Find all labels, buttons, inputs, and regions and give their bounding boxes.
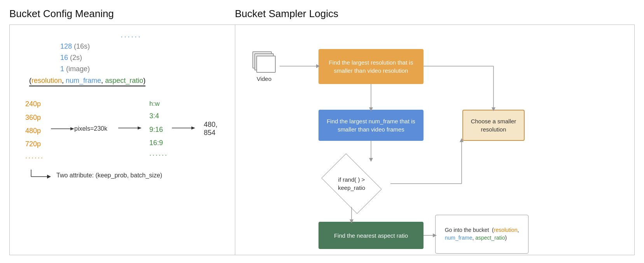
video-stack-icon bbox=[252, 51, 276, 73]
box-find-largest-frame: Find the largest num_frame that is small… bbox=[318, 110, 424, 141]
frame-item-128: 128 (16s) bbox=[60, 41, 90, 52]
bucket-aspect-ratio: aspect_ratio bbox=[475, 235, 505, 241]
result-block: 480, 854 bbox=[204, 121, 226, 137]
res-240p: 240p bbox=[25, 97, 44, 110]
result-text: 480, 854 bbox=[204, 121, 226, 137]
box-find-largest-res-text: Find the largest resolution that is smal… bbox=[324, 58, 418, 75]
arrows-svg bbox=[245, 32, 625, 248]
bucket-text: Go into the bucket (resolution, num_fram… bbox=[445, 226, 519, 242]
box-find-largest-frame-text: Find the largest num_frame that is small… bbox=[324, 117, 418, 133]
arrow-pixels: pixels=230k bbox=[51, 125, 107, 133]
svg-marker-5 bbox=[191, 126, 195, 130]
bucket-num-frame: num_frame bbox=[445, 235, 472, 241]
frame-item-1: 1 (image) bbox=[60, 63, 90, 75]
two-attr-row: Two attribute: (keep_prob, batch_size) bbox=[29, 170, 226, 181]
ratio-dots: ...... bbox=[149, 149, 168, 158]
ratio-9-16: 9:16 bbox=[149, 123, 168, 136]
flowchart: Video Find the largest resolution that i… bbox=[245, 32, 625, 248]
box-smaller-res: Choose a smaller resolution bbox=[462, 110, 525, 141]
blue-dots-top: ...... bbox=[37, 31, 226, 39]
pixels-label: pixels=230k bbox=[74, 125, 107, 132]
box-smaller-res-text: Choose a smaller resolution bbox=[469, 117, 518, 133]
arrow-right-ratio-icon bbox=[118, 124, 142, 132]
video-label: Video bbox=[257, 75, 271, 82]
bucket-resolution: resolution bbox=[494, 227, 518, 233]
main-content: ...... 128 (16s) 16 (2s) 1 (image) (reso… bbox=[9, 25, 635, 255]
ratio-block: h:w 3:4 9:16 16:9 ...... bbox=[149, 100, 168, 158]
left-panel: ...... 128 (16s) 16 (2s) 1 (image) (reso… bbox=[10, 25, 235, 255]
res-360p: 360p bbox=[25, 111, 44, 124]
tuple-row: (resolution, num_frame, aspect_ratio) bbox=[29, 77, 145, 86]
arrow-right-result-icon bbox=[172, 124, 195, 132]
left-section-title: Bucket Config Meaning bbox=[9, 8, 114, 19]
frame-item-16: 16 (2s) bbox=[60, 52, 82, 63]
res-list: 240p 360p 480p 720p ...... bbox=[25, 97, 44, 160]
two-attr-text: Two attribute: (keep_prob, batch_size) bbox=[56, 172, 162, 179]
resolution-block: 240p 360p 480p 720p ...... pixels=230k bbox=[25, 97, 226, 160]
svg-marker-3 bbox=[138, 126, 142, 130]
box-nearest-aspect: Find the nearest aspect ratio bbox=[318, 222, 424, 249]
box-nearest-aspect-text: Find the nearest aspect ratio bbox=[334, 231, 408, 240]
ratio-3-4: 3:4 bbox=[149, 109, 168, 123]
svg-marker-8 bbox=[47, 175, 51, 179]
res-dots: ...... bbox=[25, 152, 44, 160]
box-go-bucket: Go into the bucket (resolution, num_fram… bbox=[435, 215, 528, 254]
ratio-header: h:w bbox=[149, 100, 168, 108]
right-section-title: Bucket Sampler Logics bbox=[235, 8, 338, 19]
box-find-largest-res: Find the largest resolution that is smal… bbox=[318, 49, 424, 84]
video-frame-3 bbox=[256, 56, 276, 73]
ratio-16-9: 16:9 bbox=[149, 136, 168, 149]
frame-list: 128 (16s) 16 (2s) 1 (image) bbox=[60, 41, 226, 74]
diamond-text: if rand( ) >keep_ratio bbox=[338, 175, 365, 192]
svg-marker-1 bbox=[70, 127, 74, 130]
res-720p: 720p bbox=[25, 137, 44, 151]
diamond-keep-ratio: if rand( ) >keep_ratio bbox=[313, 160, 390, 207]
right-panel: Video Find the largest resolution that i… bbox=[235, 25, 634, 255]
corner-arrow-icon bbox=[29, 170, 52, 181]
res-480p: 480p bbox=[25, 124, 44, 137]
arrow-right-pixels-icon bbox=[51, 125, 74, 133]
video-icon-area: Video bbox=[252, 51, 276, 82]
